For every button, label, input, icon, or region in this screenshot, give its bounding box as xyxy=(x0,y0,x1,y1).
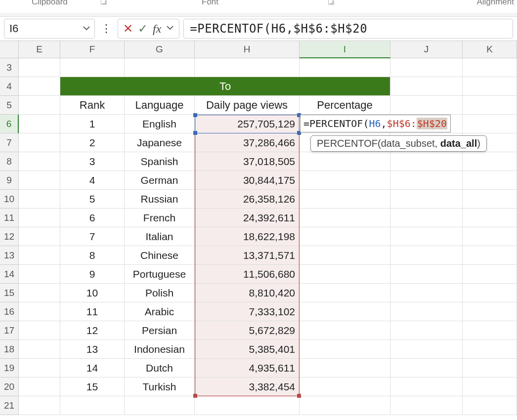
cell-language[interactable]: Portuguese xyxy=(125,265,195,284)
cell[interactable] xyxy=(300,265,390,284)
cell[interactable] xyxy=(300,246,390,265)
cell[interactable] xyxy=(390,284,463,302)
cell-header-views[interactable]: Daily page views xyxy=(195,96,300,115)
cell[interactable] xyxy=(463,227,517,246)
cell-language[interactable]: Japanese xyxy=(125,133,195,152)
cell[interactable] xyxy=(19,340,60,359)
row-header[interactable]: 20 xyxy=(0,378,19,396)
col-header-I[interactable]: I xyxy=(300,41,390,58)
cell[interactable] xyxy=(463,265,517,284)
cell-views[interactable]: 24,392,611 xyxy=(195,209,300,227)
cell-views[interactable]: 5,385,401 xyxy=(195,340,300,359)
cell[interactable] xyxy=(390,378,463,396)
cell-views[interactable]: 3,382,454 xyxy=(195,378,300,396)
vertical-dots-icon[interactable]: ⋮ xyxy=(99,22,114,35)
cell-views[interactable]: 37,286,466 xyxy=(195,133,300,152)
cell[interactable] xyxy=(19,246,60,265)
cell[interactable] xyxy=(390,396,463,415)
cell-language[interactable]: Persian xyxy=(125,321,195,340)
accept-formula-button[interactable]: ✓ xyxy=(138,22,148,36)
cell[interactable] xyxy=(19,133,60,152)
cell[interactable] xyxy=(19,396,60,415)
row-header[interactable]: 18 xyxy=(0,340,19,359)
cell[interactable] xyxy=(19,58,60,77)
cell[interactable] xyxy=(19,265,60,284)
cell[interactable] xyxy=(390,209,463,227)
cell-views[interactable]: 26,358,126 xyxy=(195,190,300,209)
cell[interactable] xyxy=(300,171,390,190)
cell[interactable] xyxy=(19,209,60,227)
cell[interactable] xyxy=(300,378,390,396)
cell-views[interactable]: 11,506,680 xyxy=(195,265,300,284)
col-header-E[interactable]: E xyxy=(19,41,60,58)
cell-views[interactable]: 30,844,175 xyxy=(195,171,300,190)
cell[interactable] xyxy=(390,152,463,171)
cell[interactable] xyxy=(19,359,60,378)
cell-views[interactable]: 257,705,129 xyxy=(195,115,300,133)
cell-rank[interactable]: 5 xyxy=(60,190,125,209)
cell[interactable] xyxy=(390,96,463,115)
cell[interactable] xyxy=(463,171,517,190)
cell-language[interactable]: English xyxy=(125,115,195,133)
row-header[interactable]: 17 xyxy=(0,321,19,340)
cell[interactable] xyxy=(300,302,390,321)
cell[interactable] xyxy=(300,321,390,340)
cell-views[interactable]: 18,622,198 xyxy=(195,227,300,246)
cell-language[interactable]: Italian xyxy=(125,227,195,246)
cell-views[interactable]: 7,333,102 xyxy=(195,302,300,321)
cell[interactable] xyxy=(300,359,390,378)
cell[interactable] xyxy=(390,171,463,190)
cell-rank[interactable]: 8 xyxy=(60,246,125,265)
cell-rank[interactable]: 7 xyxy=(60,227,125,246)
cell-rank[interactable]: 9 xyxy=(60,265,125,284)
cell[interactable] xyxy=(125,58,195,77)
cell[interactable] xyxy=(300,396,390,415)
cell[interactable] xyxy=(195,396,300,415)
cell[interactable] xyxy=(19,284,60,302)
col-header-G[interactable]: G xyxy=(125,41,195,58)
dialog-launcher-icon[interactable] xyxy=(101,0,107,5)
cell[interactable] xyxy=(463,209,517,227)
cell[interactable] xyxy=(19,190,60,209)
cell-rank[interactable]: 10 xyxy=(60,284,125,302)
cell[interactable] xyxy=(125,396,195,415)
cell[interactable] xyxy=(19,378,60,396)
cell[interactable] xyxy=(390,190,463,209)
cell-language[interactable]: Arabic xyxy=(125,302,195,321)
cell-views[interactable]: 4,935,611 xyxy=(195,359,300,378)
dialog-launcher-icon[interactable] xyxy=(328,0,334,5)
row-header[interactable]: 7 xyxy=(0,133,19,152)
col-header-K[interactable]: K xyxy=(463,41,517,58)
cell-rank[interactable]: 4 xyxy=(60,171,125,190)
cell[interactable] xyxy=(463,115,517,133)
cancel-formula-button[interactable]: ✕ xyxy=(123,22,133,36)
cell[interactable] xyxy=(390,302,463,321)
cell[interactable] xyxy=(60,396,125,415)
cell[interactable] xyxy=(463,190,517,209)
row-header[interactable]: 9 xyxy=(0,171,19,190)
row-header[interactable]: 14 xyxy=(0,265,19,284)
cell-rank[interactable]: 6 xyxy=(60,209,125,227)
cell[interactable] xyxy=(463,284,517,302)
cell-language[interactable]: Turkish xyxy=(125,378,195,396)
cell-header-percentage[interactable]: Percentage xyxy=(300,96,390,115)
row-header[interactable]: 8 xyxy=(0,152,19,171)
cell[interactable] xyxy=(300,190,390,209)
cell-rank[interactable]: 12 xyxy=(60,321,125,340)
row-header[interactable]: 19 xyxy=(0,359,19,378)
cell[interactable] xyxy=(19,115,60,133)
cell[interactable] xyxy=(19,321,60,340)
cell-header-language[interactable]: Language xyxy=(125,96,195,115)
cell[interactable] xyxy=(463,152,517,171)
cell-rank[interactable]: 1 xyxy=(60,115,125,133)
row-header[interactable]: 3 xyxy=(0,58,19,77)
insert-function-button[interactable]: fx xyxy=(153,22,161,36)
row-header[interactable]: 4 xyxy=(0,77,19,96)
cell-rank[interactable]: 11 xyxy=(60,302,125,321)
cell-rank[interactable]: 14 xyxy=(60,359,125,378)
spreadsheet-grid[interactable]: E F G H I J K 3 4 To 5 Rank Language Dai… xyxy=(0,41,517,415)
cell[interactable] xyxy=(463,321,517,340)
cell[interactable] xyxy=(463,359,517,378)
formula-bar-input[interactable]: =PERCENTOF(H6,$H$6:$H$20 xyxy=(183,19,513,39)
select-all-corner[interactable] xyxy=(0,41,19,58)
